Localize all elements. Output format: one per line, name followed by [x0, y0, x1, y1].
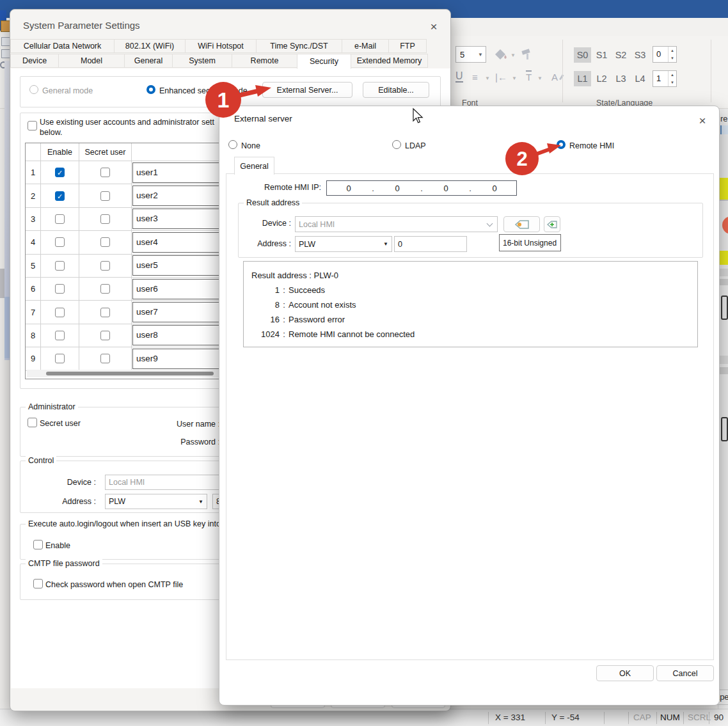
- cmtp-check-checkbox[interactable]: ✓: [33, 579, 43, 588]
- fill-color-icon[interactable]: [493, 47, 508, 63]
- tab-general[interactable]: General: [234, 157, 274, 175]
- edge-text-fragment: re: [720, 114, 728, 123]
- enable-checkbox[interactable]: ✓: [55, 308, 65, 317]
- underline-icon[interactable]: U: [455, 70, 463, 83]
- tab-model[interactable]: Model: [58, 54, 125, 68]
- enable-checkbox[interactable]: ✓: [55, 284, 65, 294]
- remote-hmi-radio[interactable]: [557, 140, 566, 149]
- usb-enable-checkbox[interactable]: ✓: [33, 540, 43, 549]
- tag-button[interactable]: [503, 216, 540, 232]
- device-label: Device :: [245, 219, 291, 228]
- control-group-label: Control: [26, 456, 56, 465]
- state-s1-button[interactable]: S1: [593, 47, 610, 63]
- add-tag-button[interactable]: [544, 216, 560, 232]
- tab-general[interactable]: General: [124, 54, 173, 68]
- row-number: 2: [26, 184, 41, 207]
- column-header-secret-user: Secret user: [79, 143, 132, 161]
- secret-checkbox[interactable]: ✓: [100, 308, 110, 317]
- enable-checkbox[interactable]: ✓: [55, 354, 65, 363]
- yellow-shape-fragment: [720, 178, 728, 200]
- tab-remote[interactable]: Remote: [232, 54, 297, 68]
- ldap-radio[interactable]: [392, 140, 401, 149]
- align-top-icon[interactable]: T: [526, 70, 532, 83]
- spinner-arrows-icon[interactable]: ▲▼: [668, 47, 676, 62]
- close-icon[interactable]: ×: [693, 113, 711, 129]
- lang-l2-button[interactable]: L2: [593, 71, 610, 86]
- state-spinner[interactable]: 0 ▲▼: [653, 46, 677, 63]
- enable-checkbox[interactable]: ✓: [55, 168, 65, 177]
- admin-secret-user-checkbox[interactable]: ✓: [28, 418, 37, 427]
- row-number: 6: [26, 278, 41, 301]
- enhanced-security-radio[interactable]: [146, 85, 155, 94]
- device-combo[interactable]: Local HMI: [295, 216, 498, 232]
- spinner-arrows-icon[interactable]: ▲▼: [668, 71, 676, 86]
- secret-checkbox[interactable]: ✓: [100, 168, 110, 177]
- general-mode-label: General mode: [42, 86, 93, 95]
- ip-octet[interactable]: 0: [327, 184, 370, 193]
- tab-cellular-data-network[interactable]: Cellular Data Network: [10, 39, 115, 53]
- tab-ftp[interactable]: FTP: [388, 39, 427, 53]
- ip-octet[interactable]: 0: [424, 184, 468, 193]
- tab-time-sync-dst[interactable]: Time Sync./DST: [256, 39, 342, 53]
- tab-device[interactable]: Device: [10, 54, 59, 68]
- enable-checkbox[interactable]: ✓: [55, 214, 65, 224]
- scrollbar-fragment[interactable]: [0, 269, 4, 298]
- chevron-down-icon[interactable]: ▼: [510, 52, 516, 58]
- remote-hmi-ip-input[interactable]: 0. 0. 0. 0: [326, 180, 517, 196]
- language-spinner[interactable]: 1 ▲▼: [653, 70, 677, 87]
- align-icon[interactable]: ≡: [472, 72, 478, 83]
- control-address-type-combo[interactable]: PLW ▼: [105, 494, 207, 509]
- result-text: Account not exists: [289, 297, 356, 312]
- secret-checkbox[interactable]: ✓: [100, 261, 110, 271]
- general-mode-radio[interactable]: [29, 85, 38, 94]
- use-existing-checkbox[interactable]: ✓: [28, 121, 37, 130]
- tab-security[interactable]: Security: [297, 54, 351, 69]
- toolbar-icon[interactable]: [1, 20, 10, 32]
- tab-email[interactable]: e-Mail: [342, 39, 389, 53]
- enable-checkbox[interactable]: ✓: [55, 331, 65, 340]
- secret-checkbox[interactable]: ✓: [100, 191, 110, 201]
- tab-row-2: Device Model General System Remote Secur…: [11, 54, 428, 69]
- secret-checkbox[interactable]: ✓: [100, 331, 110, 340]
- lang-l3-button[interactable]: L3: [612, 71, 629, 86]
- secret-checkbox[interactable]: ✓: [100, 354, 110, 363]
- language-spinner-value: 1: [653, 71, 668, 86]
- tab-system[interactable]: System: [172, 54, 232, 68]
- enable-checkbox[interactable]: ✓: [55, 261, 65, 271]
- format-painter-icon[interactable]: [519, 47, 535, 63]
- admin-user-name-label: User name :: [169, 420, 220, 429]
- tab-extended-memory[interactable]: Extended Memory: [351, 54, 428, 68]
- state-s3-button[interactable]: S3: [631, 47, 649, 63]
- ok-button[interactable]: OK: [596, 665, 654, 681]
- enable-checkbox[interactable]: ✓: [55, 237, 65, 247]
- address-type-combo[interactable]: PLW ▼: [295, 236, 392, 252]
- ip-octet[interactable]: 0: [473, 184, 516, 193]
- cancel-button[interactable]: Cancel: [656, 665, 714, 681]
- editable-button[interactable]: Editable...: [363, 82, 429, 98]
- secret-checkbox[interactable]: ✓: [100, 237, 110, 247]
- chevron-down-icon: ▼: [383, 241, 392, 247]
- state-s0-button[interactable]: S0: [574, 47, 591, 63]
- gray-fragment: [718, 367, 728, 374]
- align-left-icon[interactable]: |←: [495, 72, 507, 83]
- result-text: Succeeds: [289, 283, 325, 297]
- font-size-combo[interactable]: 5▼: [455, 46, 486, 63]
- lang-l1-button[interactable]: L1: [574, 71, 591, 86]
- ip-octet[interactable]: 0: [376, 184, 419, 193]
- tab-8021x-wifi[interactable]: 802.1X (WiFi): [114, 39, 186, 53]
- scrollbar-thumb[interactable]: [46, 372, 214, 375]
- lang-l4-button[interactable]: L4: [631, 71, 649, 86]
- none-radio[interactable]: [228, 140, 237, 149]
- enable-checkbox[interactable]: ✓: [55, 191, 65, 201]
- cmtp-check-label: Check password when open CMTP file: [45, 580, 183, 589]
- state-s2-button[interactable]: S2: [612, 47, 629, 63]
- close-icon[interactable]: ×: [425, 19, 443, 35]
- secret-checkbox[interactable]: ✓: [100, 284, 110, 294]
- row-number: 8: [26, 324, 41, 347]
- external-server-button[interactable]: External Server...: [262, 82, 352, 98]
- gray-fragment: [718, 279, 728, 285]
- secret-checkbox[interactable]: ✓: [100, 214, 110, 224]
- tab-wifi-hotspot[interactable]: WiFi Hotspot: [185, 39, 257, 53]
- result-code: 8: [251, 297, 280, 312]
- address-value-input[interactable]: 0: [394, 236, 467, 252]
